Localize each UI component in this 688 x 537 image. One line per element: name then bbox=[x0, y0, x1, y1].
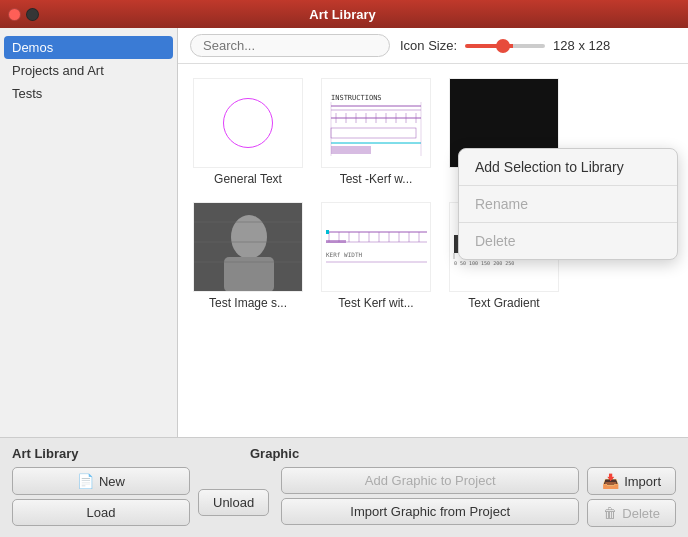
bottom-buttons: 📄 New Load Unload Add Graphic to Project… bbox=[12, 467, 676, 527]
grid-label-general-text: General Text bbox=[214, 172, 282, 186]
kerf-small-svg: INSTRUCTIONS bbox=[326, 88, 426, 158]
graphic-label: Graphic bbox=[250, 446, 299, 461]
import-delete-buttons: 📥 Import 🗑 Delete bbox=[587, 467, 676, 527]
thumb-test-kerf-wide: KERf WIDTH bbox=[321, 202, 431, 292]
svg-rect-40 bbox=[326, 230, 329, 234]
icon-size-slider[interactable] bbox=[465, 44, 545, 48]
svg-text:KERf WIDTH: KERf WIDTH bbox=[326, 251, 363, 258]
svg-rect-25 bbox=[324, 222, 429, 272]
grid-label-test-kerf-wide: Test Kerf wit... bbox=[338, 296, 413, 310]
thumb-test-image-s bbox=[193, 202, 303, 292]
context-menu-delete: Delete bbox=[459, 223, 677, 259]
thumb-general-text bbox=[193, 78, 303, 168]
load-button[interactable]: Load bbox=[12, 499, 190, 526]
graphic-buttons: Add Graphic to Project Import Graphic fr… bbox=[281, 467, 579, 527]
window-title: Art Library bbox=[5, 7, 680, 22]
trash-icon: 🗑 bbox=[603, 505, 617, 521]
grid-label-test-image-s: Test Image s... bbox=[209, 296, 287, 310]
svg-point-20 bbox=[231, 215, 267, 259]
search-input[interactable] bbox=[190, 34, 390, 57]
grid-item-test-kerf-w[interactable]: INSTRUCTIONS bbox=[316, 74, 436, 190]
bottom-panel: Art Library Graphic 📄 New Load Unload Ad… bbox=[0, 437, 688, 537]
title-bar: Art Library bbox=[0, 0, 688, 28]
bottom-labels: Art Library Graphic bbox=[12, 446, 676, 461]
thumb-test-kerf-w: INSTRUCTIONS bbox=[321, 78, 431, 168]
icon-size-label: Icon Size: bbox=[400, 38, 457, 53]
main-layout: Demos Projects and Art Tests Icon Size: … bbox=[0, 28, 688, 437]
context-menu: Add Selection to Library Rename Delete bbox=[458, 148, 678, 260]
portrait-svg bbox=[194, 202, 302, 292]
svg-rect-41 bbox=[326, 240, 346, 243]
import-icon: 📥 bbox=[602, 473, 619, 489]
context-menu-rename: Rename bbox=[459, 186, 677, 222]
unload-button[interactable]: Unload bbox=[198, 489, 269, 516]
svg-text:0  50  100  150  200  250: 0 50 100 150 200 250 bbox=[454, 260, 514, 266]
grid-item-general-text[interactable]: General Text bbox=[188, 74, 308, 190]
context-menu-add-selection[interactable]: Add Selection to Library bbox=[459, 149, 677, 185]
search-bar: Icon Size: 128 x 128 bbox=[178, 28, 688, 64]
art-library-label: Art Library bbox=[12, 446, 190, 461]
import-button[interactable]: 📥 Import bbox=[587, 467, 676, 495]
sidebar-item-demos[interactable]: Demos bbox=[4, 36, 173, 59]
circle-icon bbox=[223, 98, 273, 148]
art-library-buttons: 📄 New Load bbox=[12, 467, 190, 527]
delete-button[interactable]: 🗑 Delete bbox=[587, 499, 676, 527]
kerf-wide-svg: KERf WIDTH bbox=[324, 222, 429, 272]
sidebar: Demos Projects and Art Tests bbox=[0, 28, 178, 437]
sidebar-item-tests[interactable]: Tests bbox=[0, 82, 177, 105]
new-icon: 📄 bbox=[77, 473, 94, 489]
sidebar-item-projects[interactable]: Projects and Art bbox=[0, 59, 177, 82]
new-button[interactable]: 📄 New bbox=[12, 467, 190, 495]
icon-size-control: Icon Size: 128 x 128 bbox=[400, 38, 610, 53]
icon-size-value: 128 x 128 bbox=[553, 38, 610, 53]
grid-label-text-gradient: Text Gradient bbox=[468, 296, 539, 310]
add-graphic-button[interactable]: Add Graphic to Project bbox=[281, 467, 579, 494]
unload-button-group: Unload bbox=[198, 489, 269, 527]
grid-item-test-image-s[interactable]: Test Image s... bbox=[188, 198, 308, 314]
content-area: Icon Size: 128 x 128 General Text bbox=[178, 28, 688, 437]
grid-label-test-kerf-w: Test -Kerf w... bbox=[340, 172, 413, 186]
grid-item-test-kerf-wide[interactable]: KERf WIDTH Test Kerf wit... bbox=[316, 198, 436, 314]
svg-text:INSTRUCTIONS: INSTRUCTIONS bbox=[331, 94, 382, 102]
import-graphic-button[interactable]: Import Graphic from Project bbox=[281, 498, 579, 525]
svg-rect-16 bbox=[331, 146, 371, 154]
